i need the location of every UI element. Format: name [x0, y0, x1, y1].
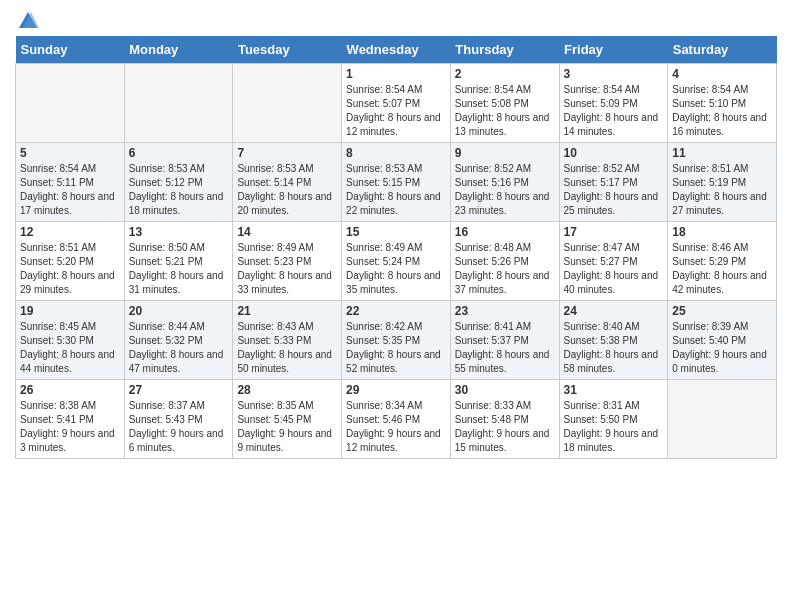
day-info: Sunrise: 8:42 AM Sunset: 5:35 PM Dayligh…: [346, 320, 446, 376]
sunset-time: 5:35 PM: [383, 335, 420, 346]
sunrise-label: Sunrise:: [564, 400, 603, 411]
daylight-label: Daylight: 8 hours and 52 minutes.: [346, 349, 441, 374]
calendar-cell: 29 Sunrise: 8:34 AM Sunset: 5:46 PM Dayl…: [342, 380, 451, 459]
sunset-time: 5:14 PM: [274, 177, 311, 188]
sunrise-label: Sunrise:: [346, 84, 385, 95]
day-number: 13: [129, 225, 229, 239]
day-number: 16: [455, 225, 555, 239]
calendar-cell: 22 Sunrise: 8:42 AM Sunset: 5:35 PM Dayl…: [342, 301, 451, 380]
sunset-time: 5:37 PM: [492, 335, 529, 346]
calendar-cell: 8 Sunrise: 8:53 AM Sunset: 5:15 PM Dayli…: [342, 143, 451, 222]
sunset-label: Sunset:: [346, 335, 383, 346]
daylight-label: Daylight: 9 hours and 12 minutes.: [346, 428, 441, 453]
daylight-label: Daylight: 8 hours and 42 minutes.: [672, 270, 767, 295]
header-saturday: Saturday: [668, 36, 777, 64]
day-info: Sunrise: 8:39 AM Sunset: 5:40 PM Dayligh…: [672, 320, 772, 376]
day-number: 12: [20, 225, 120, 239]
calendar-cell: [124, 64, 233, 143]
sunrise-label: Sunrise:: [20, 163, 59, 174]
sunset-label: Sunset:: [672, 335, 709, 346]
daylight-label: Daylight: 8 hours and 27 minutes.: [672, 191, 767, 216]
sunrise-label: Sunrise:: [455, 400, 494, 411]
day-info: Sunrise: 8:53 AM Sunset: 5:12 PM Dayligh…: [129, 162, 229, 218]
day-info: Sunrise: 8:46 AM Sunset: 5:29 PM Dayligh…: [672, 241, 772, 297]
sunset-label: Sunset:: [129, 256, 166, 267]
calendar-cell: 14 Sunrise: 8:49 AM Sunset: 5:23 PM Dayl…: [233, 222, 342, 301]
sunrise-label: Sunrise:: [346, 242, 385, 253]
sunset-label: Sunset:: [237, 177, 274, 188]
day-info: Sunrise: 8:49 AM Sunset: 5:24 PM Dayligh…: [346, 241, 446, 297]
sunrise-label: Sunrise:: [129, 400, 168, 411]
sunrise-time: 8:53 AM: [277, 163, 314, 174]
day-number: 10: [564, 146, 664, 160]
calendar-cell: 1 Sunrise: 8:54 AM Sunset: 5:07 PM Dayli…: [342, 64, 451, 143]
day-info: Sunrise: 8:43 AM Sunset: 5:33 PM Dayligh…: [237, 320, 337, 376]
sunset-label: Sunset:: [237, 335, 274, 346]
calendar-cell: 21 Sunrise: 8:43 AM Sunset: 5:33 PM Dayl…: [233, 301, 342, 380]
calendar-cell: 26 Sunrise: 8:38 AM Sunset: 5:41 PM Dayl…: [16, 380, 125, 459]
calendar-week-4: 19 Sunrise: 8:45 AM Sunset: 5:30 PM Dayl…: [16, 301, 777, 380]
daylight-label: Daylight: 8 hours and 18 minutes.: [129, 191, 224, 216]
calendar-cell: 12 Sunrise: 8:51 AM Sunset: 5:20 PM Dayl…: [16, 222, 125, 301]
daylight-label: Daylight: 8 hours and 13 minutes.: [455, 112, 550, 137]
day-info: Sunrise: 8:54 AM Sunset: 5:11 PM Dayligh…: [20, 162, 120, 218]
sunset-time: 5:45 PM: [274, 414, 311, 425]
sunset-time: 5:23 PM: [274, 256, 311, 267]
day-info: Sunrise: 8:45 AM Sunset: 5:30 PM Dayligh…: [20, 320, 120, 376]
daylight-label: Daylight: 8 hours and 29 minutes.: [20, 270, 115, 295]
day-number: 19: [20, 304, 120, 318]
sunset-time: 5:48 PM: [492, 414, 529, 425]
daylight-label: Daylight: 8 hours and 40 minutes.: [564, 270, 659, 295]
sunset-label: Sunset:: [129, 177, 166, 188]
sunset-time: 5:32 PM: [165, 335, 202, 346]
day-number: 29: [346, 383, 446, 397]
sunrise-time: 8:44 AM: [168, 321, 205, 332]
sunset-time: 5:24 PM: [383, 256, 420, 267]
sunrise-label: Sunrise:: [237, 242, 276, 253]
sunset-label: Sunset:: [455, 414, 492, 425]
sunset-label: Sunset:: [20, 414, 57, 425]
calendar-cell: 28 Sunrise: 8:35 AM Sunset: 5:45 PM Dayl…: [233, 380, 342, 459]
sunrise-time: 8:31 AM: [603, 400, 640, 411]
sunrise-label: Sunrise:: [672, 163, 711, 174]
calendar-week-2: 5 Sunrise: 8:54 AM Sunset: 5:11 PM Dayli…: [16, 143, 777, 222]
day-info: Sunrise: 8:51 AM Sunset: 5:19 PM Dayligh…: [672, 162, 772, 218]
sunset-label: Sunset:: [346, 177, 383, 188]
sunrise-time: 8:47 AM: [603, 242, 640, 253]
sunrise-time: 8:50 AM: [168, 242, 205, 253]
sunset-time: 5:29 PM: [709, 256, 746, 267]
day-number: 24: [564, 304, 664, 318]
sunrise-time: 8:45 AM: [59, 321, 96, 332]
daylight-label: Daylight: 8 hours and 55 minutes.: [455, 349, 550, 374]
day-info: Sunrise: 8:53 AM Sunset: 5:14 PM Dayligh…: [237, 162, 337, 218]
header-thursday: Thursday: [450, 36, 559, 64]
sunrise-label: Sunrise:: [129, 163, 168, 174]
day-number: 21: [237, 304, 337, 318]
sunset-label: Sunset:: [455, 256, 492, 267]
sunrise-label: Sunrise:: [237, 163, 276, 174]
sunset-label: Sunset:: [564, 177, 601, 188]
header-friday: Friday: [559, 36, 668, 64]
day-number: 9: [455, 146, 555, 160]
day-number: 28: [237, 383, 337, 397]
sunset-label: Sunset:: [346, 98, 383, 109]
calendar-cell: 3 Sunrise: 8:54 AM Sunset: 5:09 PM Dayli…: [559, 64, 668, 143]
sunrise-time: 8:38 AM: [59, 400, 96, 411]
sunrise-time: 8:42 AM: [386, 321, 423, 332]
sunset-label: Sunset:: [20, 335, 57, 346]
sunrise-label: Sunrise:: [346, 400, 385, 411]
day-number: 20: [129, 304, 229, 318]
day-info: Sunrise: 8:54 AM Sunset: 5:07 PM Dayligh…: [346, 83, 446, 139]
sunrise-time: 8:53 AM: [168, 163, 205, 174]
day-number: 2: [455, 67, 555, 81]
sunrise-time: 8:39 AM: [712, 321, 749, 332]
daylight-label: Daylight: 8 hours and 37 minutes.: [455, 270, 550, 295]
day-number: 15: [346, 225, 446, 239]
calendar-cell: 20 Sunrise: 8:44 AM Sunset: 5:32 PM Dayl…: [124, 301, 233, 380]
day-info: Sunrise: 8:54 AM Sunset: 5:08 PM Dayligh…: [455, 83, 555, 139]
sunrise-time: 8:49 AM: [277, 242, 314, 253]
sunrise-time: 8:54 AM: [386, 84, 423, 95]
sunset-time: 5:27 PM: [600, 256, 637, 267]
sunset-label: Sunset:: [564, 335, 601, 346]
sunset-label: Sunset:: [346, 256, 383, 267]
